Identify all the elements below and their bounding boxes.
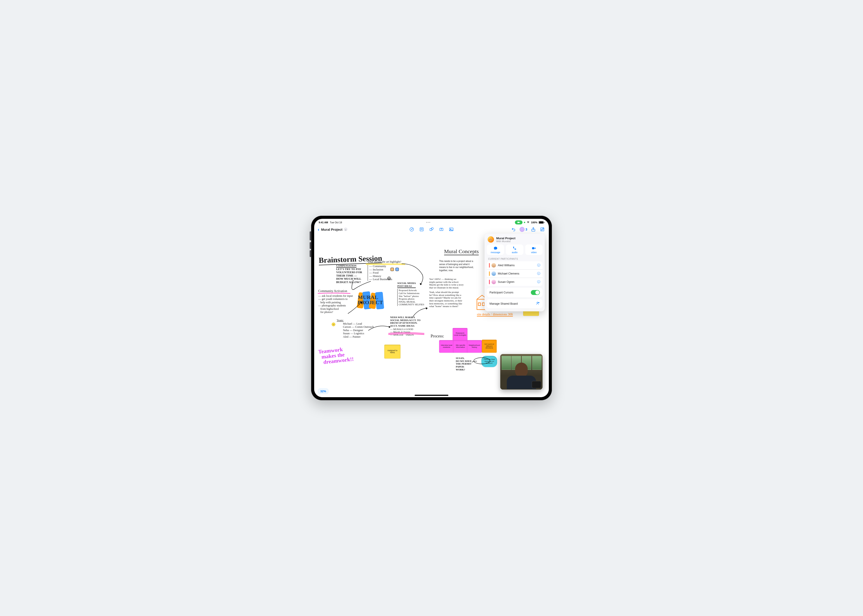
participant-row[interactable]: Aled Williams ⓘ — [487, 261, 542, 270]
share-title: Mural Project — [496, 237, 516, 240]
sticky-process-1[interactable]: Reasearch Local ecologies — [453, 328, 467, 341]
ipad-hardware-frame: 9:41 AM Tue Oct 18 ••• 100% — [311, 216, 552, 400]
share-popover: 🎨 Mural Project With Muralist message — [484, 234, 545, 311]
sticky-process-2[interactable]: Interview local residents — [439, 340, 454, 353]
battery-icon — [539, 221, 544, 224]
participant-cursors-toggle-row[interactable]: Participant Cursors — [487, 288, 542, 297]
camera-in-use-dot-icon — [524, 222, 525, 223]
share-message-label: message — [490, 251, 500, 254]
sticky-process-5[interactable]: 1st round w/ different directions — [482, 340, 497, 353]
team-title: Team: — [336, 319, 344, 322]
canvas-heading-concepts: Mural Concepts — [431, 242, 479, 261]
participant-avatar-icon — [492, 271, 496, 276]
concepts-handwriting-2: Yeah, what should the prompt be? How abo… — [429, 291, 476, 308]
sticky-assigned-to-neha[interactable]: Assigned to Neha — [384, 345, 401, 358]
svg-rect-13 — [396, 268, 399, 271]
info-icon[interactable]: ⓘ — [537, 263, 540, 267]
wifi-icon — [527, 221, 530, 224]
share-message-button[interactable]: message — [487, 244, 504, 255]
participant-cursor-color — [489, 280, 490, 284]
document-title-text: Mural Project — [321, 228, 343, 231]
participants-list: Aled Williams ⓘ Michael Clemens ⓘ — [487, 261, 542, 286]
share-video-button[interactable]: video — [525, 244, 542, 255]
svg-point-29 — [537, 302, 538, 303]
svg-point-30 — [538, 302, 539, 303]
participant-avatar-icon — [492, 280, 496, 284]
share-button[interactable] — [530, 226, 536, 232]
image-tool-button[interactable] — [448, 226, 454, 232]
concepts-typed-note: This needs to be a project about a sense… — [439, 260, 486, 272]
toggle-switch[interactable] — [531, 290, 540, 295]
manage-shared-board-label: Manage Shared Board — [489, 302, 518, 305]
susan-permit-question: SUSAN, DO WE HAVE THE PERMIT PAPER- WORK… — [456, 357, 476, 371]
shapes-tool-button[interactable] — [429, 226, 434, 232]
collaborator-avatar-icon — [520, 227, 525, 232]
share-audio-label: audio — [512, 251, 517, 254]
collaborator-count: 3 — [525, 228, 527, 231]
ipad-screen: 9:41 AM Tue Oct 18 ••• 100% — [314, 219, 549, 397]
battery-percent: 100% — [531, 221, 538, 224]
pen-tool-button[interactable] — [409, 226, 415, 232]
zoom-level-badge[interactable]: 32% — [318, 388, 329, 394]
sticky-process-4[interactable]: Neighborhood history — [467, 340, 482, 353]
participant-cursor-color — [489, 271, 490, 276]
participant-row[interactable]: Susan Ogren ⓘ — [487, 278, 542, 286]
freeform-canvas[interactable]: Brainstorm Session COMPENSATION LET'S TR… — [314, 233, 549, 397]
svg-rect-28 — [532, 247, 534, 249]
back-button[interactable]: ‹ — [318, 227, 319, 232]
document-title[interactable]: Mural Project ⌄ — [321, 228, 347, 231]
textbox-tool-button[interactable] — [439, 226, 444, 232]
undo-button[interactable] — [511, 226, 516, 232]
participants-section-label: CURRENT PARTICIPANTS — [487, 257, 542, 261]
svg-rect-16 — [478, 303, 481, 305]
status-time: 9:41 AM — [319, 221, 328, 224]
participant-name: Susan Ogren — [498, 280, 535, 283]
participant-name: Michael Clemens — [498, 272, 535, 275]
multitask-dots-icon[interactable]: ••• — [426, 221, 431, 224]
concepts-handwriting-1: Yes! 100%! — thinking we might partner w… — [429, 278, 474, 289]
social-media-items: Proposed Artwork Call for Submissions Si… — [397, 289, 424, 306]
participant-cursor-color — [489, 263, 490, 267]
collaboration-button[interactable]: 3 — [520, 227, 527, 232]
facetime-pip[interactable] — [500, 354, 542, 390]
compensation-title: COMPENSATION — [336, 264, 357, 267]
teamwork-slogan: Teamwork makes the dreamwork!! — [318, 346, 354, 365]
svg-rect-5 — [430, 228, 432, 231]
participant-name: Aled Williams — [498, 264, 535, 267]
home-indicator[interactable] — [415, 395, 448, 396]
chevron-down-icon[interactable]: ⌄ — [344, 228, 347, 231]
participant-row[interactable]: Michael Clemens ⓘ — [487, 270, 542, 278]
svg-rect-17 — [482, 303, 484, 305]
sticky-note-tool-button[interactable] — [419, 226, 424, 232]
share-video-label: video — [531, 251, 537, 254]
info-icon[interactable]: ⓘ — [537, 272, 540, 276]
board-avatar-icon: 🎨 — [488, 236, 494, 243]
process-label: Process: — [431, 334, 444, 339]
app-toolbar: ‹ Mural Project ⌄ — [314, 225, 549, 234]
info-icon[interactable]: ⓘ — [537, 280, 540, 284]
site-caption: site details / dimensions 30ft — [477, 313, 513, 316]
new-board-button[interactable] — [539, 226, 545, 232]
status-date: Tue Oct 18 — [330, 221, 342, 224]
sticky-process-3[interactable]: Site specific information — [453, 340, 468, 353]
svg-rect-2 — [420, 228, 423, 231]
sticky-process-6[interactable]: Paint the final mural art on location! — [481, 356, 497, 367]
person-badge-icon — [536, 301, 540, 306]
share-audio-button[interactable]: audio — [506, 244, 523, 255]
svg-rect-0 — [517, 222, 519, 223]
manage-shared-board-row[interactable]: Manage Shared Board — [487, 299, 542, 308]
status-bar: 9:41 AM Tue Oct 18 ••• 100% — [314, 219, 549, 225]
participant-avatar-icon — [492, 263, 496, 267]
participant-cursors-label: Participant Cursors — [489, 291, 513, 294]
facetime-self-view[interactable] — [532, 381, 541, 388]
highlight-question: what should the art highlight? — [368, 260, 401, 263]
share-subtitle: With Muralist — [496, 240, 516, 243]
facetime-active-pill[interactable] — [515, 220, 522, 225]
svg-rect-12 — [391, 268, 394, 271]
